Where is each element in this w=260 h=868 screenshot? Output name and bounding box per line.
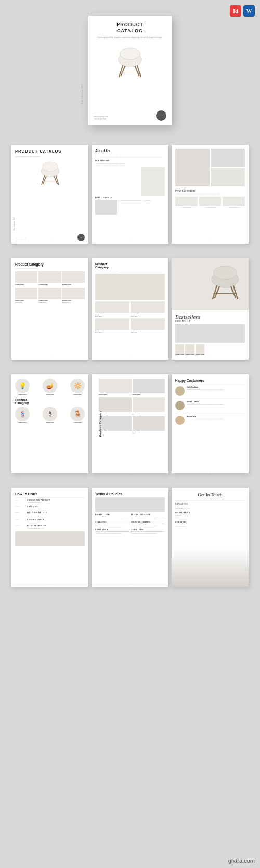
customer-info-3: Arleo Grite Lorem ipsum dolor sit amet c… xyxy=(187,416,245,420)
pcv-item-6: Product Name $0.00 xyxy=(133,416,165,434)
page-num-7: 7 xyxy=(49,470,50,472)
pc1-price-5: $0.00 - $0.00 xyxy=(38,301,61,303)
git-store-text: Street Name No. 01City, Country 00000 xyxy=(175,524,245,529)
terms-grid: PAYMENT TERM Lorem ipsum dolor sit amet … xyxy=(95,514,165,535)
page-num-1: 1 xyxy=(49,241,50,242)
about-body: Lorem ipsum dolor sit amet consectetur a… xyxy=(95,154,165,158)
pcv-img-2 xyxy=(133,379,165,393)
hero-subtitle: Lorem ipsum dolor sit amet consectetur a… xyxy=(94,36,166,39)
git-contact-label: CONTACT US xyxy=(175,503,245,505)
hello-label: HELLO FROM US xyxy=(95,197,165,199)
pc1-price-4: $0.00 - $0.00 xyxy=(15,301,37,303)
bs-item-1: Product Name $0.00 xyxy=(175,344,184,357)
hc-heading: Happy Customers xyxy=(175,379,245,382)
pcv-item-4: Product Name $0.00 xyxy=(133,397,165,415)
hc-customers-list: Andy Graham Lorem ipsum dolor sit amet c… xyxy=(175,386,245,425)
pic-item-5: 🕯 Product Name $0.00 - $0.00 xyxy=(43,407,57,424)
pc1-img-1 xyxy=(15,271,37,283)
pcv-vertical-label: Product Category xyxy=(99,411,102,437)
mini-get-in-touch-page: Get In Touch CONTACT US Phone: +00 000 0… xyxy=(172,488,249,587)
git-divider xyxy=(175,500,245,501)
hero-chair-image xyxy=(109,43,151,85)
hero-bottom: www.yourshop.com +00 123 456 789 YOUR SH… xyxy=(94,110,166,121)
bestsellers-bg xyxy=(172,258,249,310)
pcv-item-3: Product Name $0.00 xyxy=(99,397,132,415)
step-2: STEP 2 CHECK OUT Lorem ipsum dolor sit a… xyxy=(15,506,85,510)
pcv-img-6 xyxy=(133,416,165,431)
step-5-title: PAYMENT PROCESS xyxy=(27,525,46,527)
pc1-item-5: Product Name $0.00 - $0.00 xyxy=(38,288,61,304)
git-social-text: @yourshopfacebook.com/yourshop xyxy=(175,515,245,519)
mission-text: Lorem ipsum dolor sit amet consectetur a… xyxy=(95,163,165,165)
nc-image-1 xyxy=(211,149,245,167)
step-2-content: CHECK OUT Lorem ipsum dolor sit amet xyxy=(27,506,41,510)
hero-title: PRODUCTCATALOG xyxy=(94,22,166,34)
bs-price-3: $0.00 xyxy=(196,355,204,357)
nc-product-1: 1. Product Name Here xyxy=(175,197,198,208)
pc1-heading: Product Category xyxy=(15,262,85,266)
cover-chair-svg xyxy=(36,160,64,189)
nc-p1-label: 1. Product Name Here xyxy=(175,207,198,208)
step-1-desc: Lorem ipsum dolor sit amet xyxy=(27,502,50,504)
page-num-9: 9 xyxy=(210,470,210,472)
pic-price-6: $0.00 - $0.00 xyxy=(70,423,85,424)
terms-text-6: Lorem ipsum dolor sit amet consectetur a… xyxy=(131,533,165,534)
pic-item-4: 💈 Product Name $0.00 - $0.00 xyxy=(15,407,30,424)
pic-icon-4: 💈 xyxy=(15,407,30,421)
hto-steps: STEP 1 CHOOSE THE PRODUCT Lorem ipsum do… xyxy=(15,499,85,529)
mini-cover-page: PRODUCT CATALOG Lorem ipsum dolor sit am… xyxy=(11,145,88,244)
pcv-price-4: $0.00 xyxy=(133,414,165,415)
svg-point-8 xyxy=(42,162,58,171)
chair-svg xyxy=(112,46,148,82)
page-num-10: 10 xyxy=(49,584,51,585)
page-num-3: 3 xyxy=(210,241,210,242)
word-icon: W xyxy=(243,5,255,17)
customer-avatar-2 xyxy=(175,401,185,410)
pc2-img-3 xyxy=(95,318,129,330)
git-store-label: OUR STORE xyxy=(175,521,245,523)
step-1-title: CHOOSE THE PRODUCT xyxy=(27,499,50,501)
pc2-img-2 xyxy=(131,301,165,313)
pcv-grid: Product Name $0.00 Product Name $0.00 Pr… xyxy=(99,379,165,434)
pc2-sub: Lorem ipsum dolor sit amet consectetur xyxy=(95,270,165,272)
terms-section-3: GUARANTEE Lorem ipsum dolor sit amet con… xyxy=(95,521,129,527)
mini-how-to-order-page: How To Order STEP 1 CHOOSE THE PRODUCT L… xyxy=(11,488,88,587)
bestsellers-products-row: Product Name $0.00 Product Name $0.00 Pr… xyxy=(175,344,245,357)
new-collection-title: New Collection xyxy=(175,189,245,192)
pic-icon-3: 🔆 xyxy=(70,379,85,393)
pc2-heading: ProductCategory xyxy=(95,262,165,269)
catalog-row-4: How To Order STEP 1 CHOOSE THE PRODUCT L… xyxy=(0,483,260,592)
mini-about-page: About Us Lorem ipsum dolor sit amet cons… xyxy=(92,145,168,244)
pcv-item-2: Product Name $0.00 xyxy=(133,379,165,396)
pic-icons-top: 💡 Product Name $0.00 - $0.00 🪔 Product N… xyxy=(15,379,85,396)
bestsellers-bench-image xyxy=(175,324,245,343)
git-store-section: OUR STORE Street Name No. 01City, Countr… xyxy=(175,521,245,529)
step-1-num: STEP 1 xyxy=(15,499,25,501)
git-contact-text: Phone: +00 000 000 000Email: info@yoursh… xyxy=(175,506,245,510)
pcv-price-6: $0.00 xyxy=(133,433,165,434)
hc-divider-2 xyxy=(175,398,245,399)
step-3-content: FILL YOUR DETAILS Lorem ipsum dolor sit … xyxy=(27,512,47,516)
mini-terms-page: Terms & Policies PAYMENT TERM Lorem ipsu… xyxy=(92,488,168,587)
pcv-price-2: $0.00 xyxy=(133,395,165,396)
pic-item-6: 🪑 Product Name $0.00 - $0.00 xyxy=(70,407,85,424)
cover-bottom: www.yourshop.com +00 123 456 789 YS xyxy=(15,234,85,241)
pc1-price-6: $0.00 - $0.00 xyxy=(62,301,85,303)
bs-item-2: Product Name $0.00 xyxy=(185,344,194,357)
pic-price-2: $0.00 - $0.00 xyxy=(43,395,57,396)
pc1-price-3: $0.00 - $0.00 xyxy=(62,285,85,287)
pc2-img-4 xyxy=(131,318,165,330)
mini-bestsellers-page: Bestsellers Product Product Name $0.00 P… xyxy=(172,258,249,360)
step-1-content: CHOOSE THE PRODUCT Lorem ipsum dolor sit… xyxy=(27,499,50,504)
terms-text-3: Lorem ipsum dolor sit amet consectetur a… xyxy=(95,525,129,527)
step-3: STEP 3 FILL YOUR DETAILS Lorem ipsum dol… xyxy=(15,512,85,516)
page-num-5: 5 xyxy=(129,357,130,358)
git-heading: Get In Touch xyxy=(175,492,245,498)
hc-divider xyxy=(175,384,245,384)
gap-2 xyxy=(0,249,260,253)
pc2-img-1 xyxy=(95,301,129,313)
new-collection-body: Lorem ipsum dolor sit amet consectetur a… xyxy=(175,193,245,195)
customer-review-1: Lorem ipsum dolor sit amet consectetur a… xyxy=(187,389,245,391)
terms-section-1: PAYMENT TERM Lorem ipsum dolor sit amet … xyxy=(95,514,129,520)
pic-header: 💡 Product Name $0.00 - $0.00 🪔 Product N… xyxy=(15,379,85,396)
